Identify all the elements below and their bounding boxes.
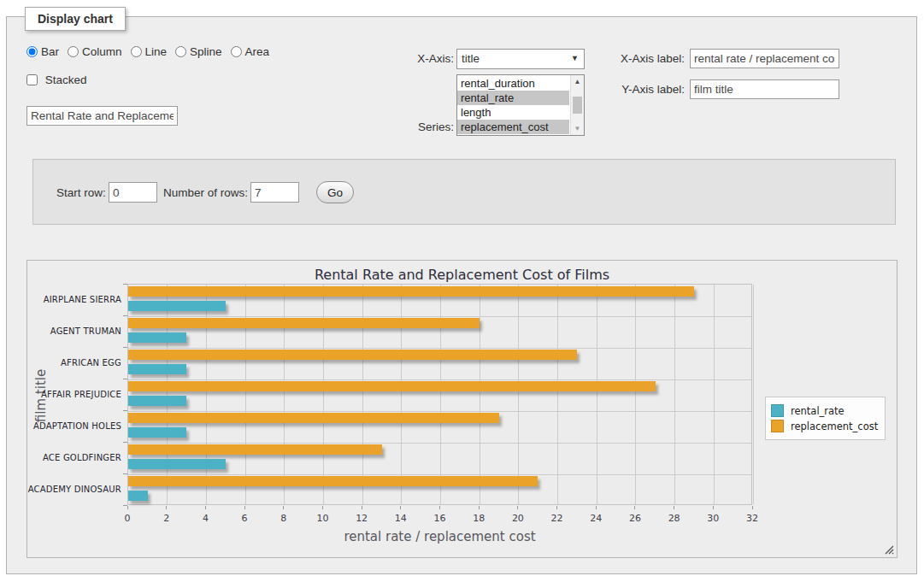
plot-area: [127, 284, 752, 505]
legend-swatch-icon: [771, 420, 784, 432]
x-tick: [752, 506, 753, 509]
x-tick-label: 14: [388, 513, 414, 524]
y-axis-label-input[interactable]: [690, 79, 839, 99]
gridline: [714, 285, 715, 504]
gridline: [128, 379, 751, 380]
chart-type-radio-line[interactable]: [131, 46, 142, 57]
series-option-rental_rate[interactable]: rental_rate: [457, 91, 569, 105]
gridline: [674, 285, 675, 504]
x-tick: [634, 506, 635, 509]
series-scrollbar[interactable]: ▲ ▼: [570, 75, 584, 135]
stacked-checkbox[interactable]: [26, 74, 38, 85]
x-tick: [362, 506, 362, 509]
y-category-label: ADAPTATION HOLES: [27, 421, 121, 431]
x-tick-label: 6: [232, 513, 257, 524]
display-chart-panel: Display chart BarColumnLineSplineArea St…: [6, 16, 917, 574]
x-tick: [517, 506, 518, 509]
chart-type-option-label: Line: [145, 45, 168, 58]
stacked-option[interactable]: Stacked: [26, 73, 87, 86]
x-tick: [713, 506, 714, 509]
y-tick: [123, 473, 127, 474]
gridline: [128, 316, 751, 317]
num-rows-label: Number of rows:: [163, 186, 249, 199]
series-option-length[interactable]: length: [457, 105, 569, 120]
bar-replacement_cost: [128, 476, 538, 486]
chart-container: Rental Rate and Replacement Cost of Film…: [26, 260, 898, 558]
y-tick: [123, 347, 127, 348]
x-tick: [479, 506, 480, 509]
bar-replacement_cost: [128, 444, 382, 455]
x-tick-label: 32: [739, 513, 765, 524]
x-tick-label: 30: [700, 513, 726, 524]
chart-type-radio-bar[interactable]: [26, 46, 38, 57]
bar-replacement_cost: [128, 318, 480, 328]
gridline: [128, 348, 751, 349]
chart-type-option-area[interactable]: Area: [231, 45, 270, 58]
series-option-replacement_cost[interactable]: replacement_cost: [457, 120, 569, 134]
legend-item-rental_rate: rental_rate: [771, 404, 878, 417]
x-tick: [400, 506, 401, 509]
x-axis-label-input[interactable]: [690, 49, 839, 68]
series-listbox[interactable]: rental_durationrental_ratelengthreplacem…: [456, 74, 585, 136]
panel-title: Display chart: [25, 7, 126, 31]
x-tick: [166, 506, 167, 509]
y-tick: [123, 379, 127, 379]
chart-type-option-label: Spline: [190, 45, 222, 58]
resize-grip-icon[interactable]: [885, 545, 894, 555]
x-tick-label: 12: [349, 513, 374, 524]
go-button[interactable]: Go: [316, 181, 354, 203]
chart-type-option-column[interactable]: Column: [68, 45, 122, 58]
stacked-label: Stacked: [45, 73, 87, 86]
x-tick-label: 24: [583, 513, 609, 524]
chart-type-option-spline[interactable]: Spline: [175, 45, 222, 58]
chart-title: Rental Rate and Replacement Cost of Film…: [27, 267, 897, 283]
x-axis-selected-value: title: [462, 52, 480, 65]
start-row-label: Start row:: [56, 186, 108, 199]
chart-title-input[interactable]: [26, 106, 178, 126]
legend-swatch-icon: [771, 404, 784, 417]
x-tick: [127, 506, 128, 509]
legend-item-replacement_cost: replacement_cost: [771, 420, 878, 432]
chart-type-option-label: Area: [245, 45, 270, 58]
chart-type-radio-spline[interactable]: [175, 46, 186, 57]
y-tick: [123, 315, 127, 316]
x-axis-select[interactable]: title ▼: [456, 49, 585, 69]
chart-type-option-line[interactable]: Line: [131, 45, 168, 58]
y-axis-label-field-label: Y-Axis label:: [605, 83, 685, 96]
gridline: [128, 443, 751, 444]
y-category-label: AFRICAN EGG: [27, 358, 121, 367]
x-tick: [283, 506, 284, 509]
gridline: [635, 285, 636, 504]
rows-controls-box: Start row: Number of rows: Go: [32, 159, 896, 225]
bar-replacement_cost: [128, 413, 499, 423]
series-option-rental_duration[interactable]: rental_duration: [457, 76, 569, 91]
x-tick-label: 28: [662, 513, 687, 524]
chart-type-radio-column[interactable]: [68, 46, 79, 57]
bar-rental_rate: [128, 364, 186, 374]
bar-replacement_cost: [128, 286, 694, 297]
x-tick-label: 4: [192, 513, 218, 524]
x-tick: [205, 506, 206, 509]
chart-type-radio-area[interactable]: [231, 46, 242, 57]
x-tick: [322, 506, 323, 509]
bar-rental_rate: [128, 301, 226, 311]
y-category-label: AFFAIR PREJUDICE: [27, 390, 121, 399]
chart-type-option-label: Column: [82, 45, 122, 58]
num-rows-input[interactable]: [250, 182, 299, 203]
y-category-label: ACE GOLDFINGER: [27, 453, 121, 462]
y-category-label: ACADEMY DINOSAUR: [27, 485, 121, 494]
x-axis-label-field-label: X-Axis label:: [605, 52, 685, 65]
scroll-up-icon[interactable]: ▲: [571, 75, 584, 88]
y-category-label: AIRPLANE SIERRA: [27, 295, 121, 304]
scroll-down-icon[interactable]: ▼: [571, 122, 584, 135]
bar-rental_rate: [128, 427, 186, 438]
x-axis-label: X-Axis:: [396, 52, 454, 65]
chart-legend: rental_ratereplacement_cost: [765, 397, 886, 440]
start-row-input[interactable]: [109, 182, 157, 203]
chart-type-option-bar[interactable]: Bar: [26, 45, 59, 58]
x-axis-title: rental rate / replacement cost: [127, 529, 752, 544]
legend-label: rental_rate: [791, 405, 845, 417]
scrollbar-thumb[interactable]: [573, 97, 582, 114]
x-tick-label: 16: [427, 513, 453, 524]
x-tick: [439, 506, 440, 509]
